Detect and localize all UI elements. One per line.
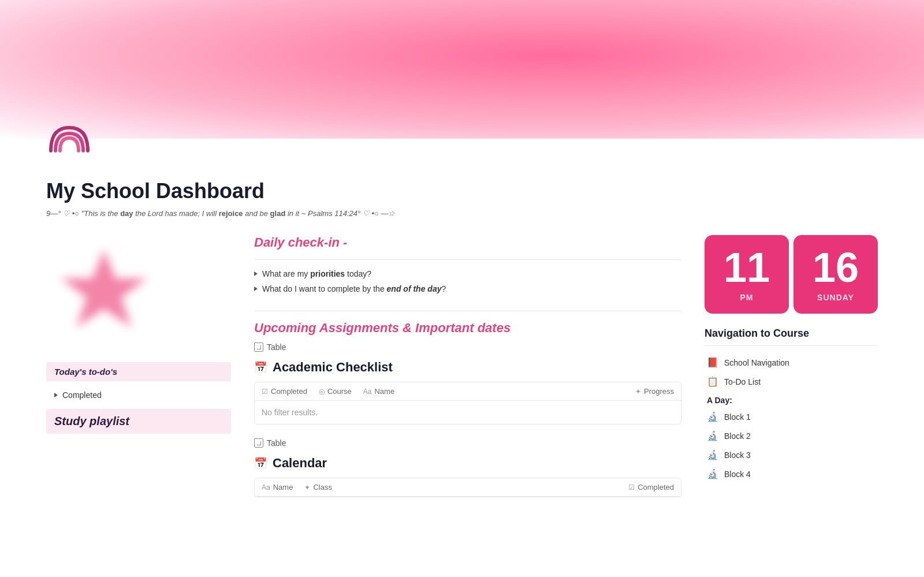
cal-name-label: Name [273, 483, 293, 492]
nav-block-4[interactable]: 🔬 Block 4 [705, 464, 878, 483]
completed-triangle-icon [54, 393, 58, 397]
name-col-icon: Aa [363, 388, 372, 396]
col-progress: ✦ Progress [635, 387, 674, 396]
block4-icon: 🔬 [707, 468, 718, 479]
todo-list-label: To-Do List [724, 377, 761, 386]
name-col-label: Name [374, 387, 394, 396]
checklist-table-header: ☑ Completed ◎ Course Aa Name ✦ [255, 382, 681, 401]
completed-col-label: Completed [271, 387, 307, 396]
clock-minute: 16 [813, 247, 859, 288]
cal-col-name: Aa Name [262, 483, 293, 492]
cal-class-icon: ✦ [304, 483, 310, 492]
assignments-table-label[interactable]: Table [254, 343, 681, 352]
table-icon-1 [254, 343, 263, 352]
nav-todo-list[interactable]: 📋 To-Do List [705, 372, 878, 391]
completed-row[interactable]: Completed [46, 387, 231, 403]
daily-checkin-title: Daily check-in - [254, 235, 681, 250]
calendar-table-text: Table [267, 438, 286, 448]
cal-class-label: Class [313, 483, 332, 492]
rainbow-icon [46, 122, 92, 154]
calendar-table: Aa Name ✦ Class ☑ Completed [254, 478, 681, 497]
course-col-icon: ◎ [319, 388, 325, 396]
checkin-text-1: What are my priorities today? [262, 269, 371, 278]
clock-hour-card: 11 PM [705, 235, 789, 314]
academic-checklist-header: 📅 Academic Checklist [254, 360, 681, 375]
cal-completed-icon: ☑ [628, 483, 635, 492]
subtitle-glad: glad [270, 209, 286, 218]
left-column: Today's to-do's Completed Study playlist [46, 235, 231, 497]
checkin-tri-2 [254, 286, 258, 291]
col-name: Aa Name [363, 387, 394, 396]
academic-checklist-title: Academic Checklist [273, 360, 393, 375]
clock-period: PM [740, 293, 754, 302]
table-icon-2 [254, 438, 263, 448]
checkin-divider-top [254, 259, 681, 260]
star-decoration [46, 235, 162, 351]
cal-col-completed: ☑ Completed [628, 483, 674, 492]
cal-completed-label: Completed [638, 483, 674, 492]
subtitle-deco1: 9—° ♡ •○ "This is the [46, 209, 120, 218]
progress-col-label: Progress [644, 387, 674, 396]
nav-school-navigation[interactable]: 📕 School Navigation [705, 353, 878, 372]
cal-name-icon: Aa [262, 483, 270, 492]
block1-icon: 🔬 [707, 411, 718, 422]
clock-day: SUNDAY [817, 293, 854, 302]
col-course: ◎ Course [319, 387, 352, 396]
cal-col-class: ✦ Class [304, 483, 332, 492]
page-body: My School Dashboard 9—° ♡ •○ "This is th… [0, 139, 924, 520]
todo-list-icon: 📋 [707, 376, 718, 387]
nav-block-1[interactable]: 🔬 Block 1 [705, 407, 878, 426]
page-wrapper: My School Dashboard 9—° ♡ •○ "This is th… [0, 0, 924, 520]
empty-results: No filter results. [255, 401, 681, 424]
subtitle-rejoice: rejoice [219, 209, 243, 218]
block2-icon: 🔬 [707, 430, 718, 441]
assignments-title: Upcoming Assignments & Important dates [254, 321, 681, 336]
block2-label: Block 2 [724, 431, 751, 441]
calendar-header: 📅 Calendar [254, 456, 681, 471]
rainbow-icon-area [46, 122, 92, 156]
study-playlist-label[interactable]: Study playlist [46, 409, 231, 434]
block4-label: Block 4 [724, 470, 751, 479]
svg-marker-0 [61, 250, 147, 327]
assignments-table-text: Table [267, 343, 286, 352]
course-col-label: Course [327, 387, 352, 396]
nav-block-3[interactable]: 🔬 Block 3 [705, 445, 878, 464]
page-title: My School Dashboard [46, 179, 878, 203]
hero-banner [0, 0, 924, 139]
checkin-tri-1 [254, 271, 258, 276]
progress-col-icon: ✦ [635, 388, 641, 396]
clock-hour: 11 [724, 247, 770, 288]
checkin-text-2: What do I want to complete by the end of… [262, 284, 446, 293]
school-nav-icon: 📕 [707, 357, 718, 368]
academic-checklist-table: ☑ Completed ◎ Course Aa Name ✦ [254, 382, 681, 425]
col-completed: ☑ Completed [262, 387, 307, 396]
block3-icon: 🔬 [707, 449, 718, 460]
checkin-item-1: What are my priorities today? [254, 269, 681, 278]
main-layout: Today's to-do's Completed Study playlist… [46, 229, 878, 497]
priorities-bold: priorities [310, 269, 345, 278]
todos-label: Today's to-do's [46, 362, 231, 381]
a-day-label: A Day: [705, 391, 878, 407]
nav-block-2[interactable]: 🔬 Block 2 [705, 426, 878, 445]
nav-divider [705, 345, 878, 346]
subtitle-day: day [120, 209, 133, 218]
navigation-section: Navigation to Course 📕 School Navigation… [705, 327, 878, 483]
nav-section-title: Navigation to Course [705, 327, 878, 340]
completed-col-icon: ☑ [262, 388, 268, 396]
page-header: My School Dashboard 9—° ♡ •○ "This is th… [46, 167, 878, 229]
block1-label: Block 1 [724, 412, 751, 422]
checkin-item-2: What do I want to complete by the end of… [254, 284, 681, 293]
calendar-table-label[interactable]: Table [254, 438, 681, 448]
end-of-day-bold: end of the day [387, 284, 442, 293]
block3-label: Block 3 [724, 451, 751, 460]
star-svg [52, 241, 156, 345]
clock-widget: 11 PM 16 SUNDAY [705, 235, 878, 314]
calendar-icon: 📅 [254, 457, 267, 470]
subtitle-mid: the Lord has made; I will [133, 209, 219, 218]
subtitle-mid2: and be [243, 209, 270, 218]
calendar-table-header: Aa Name ✦ Class ☑ Completed [255, 478, 681, 497]
clock-minute-card: 16 SUNDAY [793, 235, 878, 314]
subtitle-end: in it ~ Psalms 114:24° ♡ •○ —☆ [285, 209, 395, 218]
page-subtitle: 9—° ♡ •○ "This is the day the Lord has m… [46, 209, 878, 218]
calendar-title: Calendar [273, 456, 327, 471]
